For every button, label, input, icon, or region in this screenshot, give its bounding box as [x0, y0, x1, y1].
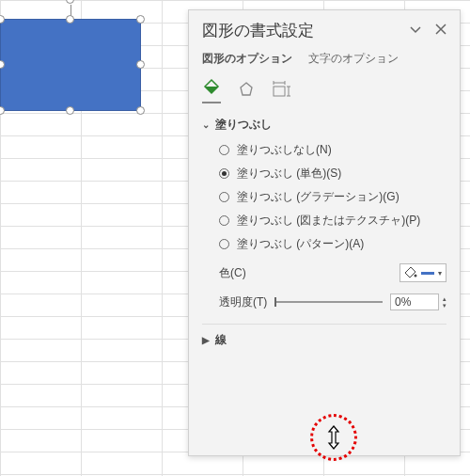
transparency-slider[interactable]: [274, 301, 383, 303]
radio-icon: [219, 239, 229, 249]
transparency-field[interactable]: 0%: [390, 294, 439, 310]
svg-rect-1: [274, 87, 285, 96]
fill-line-icon[interactable]: [202, 78, 221, 103]
section-fill-label: 塗りつぶし: [215, 117, 272, 133]
section-line-header[interactable]: ▶ 線: [202, 332, 446, 348]
tab-text-options[interactable]: 文字のオプション: [308, 52, 399, 65]
transparency-step-down[interactable]: ▾: [443, 302, 446, 309]
fill-none-radio[interactable]: 塗りつぶしなし(N): [219, 142, 446, 158]
svg-point-8: [415, 275, 417, 278]
fill-pattern-radio[interactable]: 塗りつぶし (パターン)(A): [219, 236, 446, 252]
dropdown-caret-icon: ▾: [438, 269, 442, 278]
color-swatch: [421, 272, 434, 275]
fill-none-label: 塗りつぶしなし(N): [237, 142, 332, 158]
section-divider: [202, 324, 446, 325]
pane-title: 図形の書式設定: [202, 20, 314, 41]
radio-icon: [219, 192, 229, 202]
radio-icon: [219, 215, 229, 226]
fill-solid-label: 塗りつぶし (単色)(S): [237, 166, 341, 182]
pane-options-icon[interactable]: [409, 23, 422, 39]
chevron-down-icon: ⌄: [202, 119, 210, 130]
section-line-label: 線: [215, 332, 227, 348]
effects-icon[interactable]: [238, 81, 255, 101]
color-label: 色(C): [219, 265, 246, 281]
resize-handle-nw[interactable]: [0, 15, 5, 24]
selected-shape[interactable]: [0, 19, 141, 111]
paint-bucket-icon: [404, 266, 417, 279]
resize-handle-s[interactable]: [66, 106, 74, 115]
size-properties-icon[interactable]: [272, 81, 290, 101]
svg-marker-0: [241, 83, 252, 95]
pane-close-icon[interactable]: [435, 24, 446, 38]
fill-pattern-label: 塗りつぶし (パターン)(A): [237, 236, 364, 252]
radio-icon: [219, 168, 229, 179]
fill-picture-label: 塗りつぶし (図またはテクスチャ)(P): [237, 213, 420, 229]
section-fill-header[interactable]: ⌄ 塗りつぶし: [202, 117, 446, 133]
transparency-step-up[interactable]: ▴: [443, 295, 446, 302]
resize-handle-e[interactable]: [136, 60, 145, 69]
resize-handle-se[interactable]: [136, 106, 145, 115]
fill-solid-radio[interactable]: 塗りつぶし (単色)(S): [219, 166, 446, 182]
resize-handle-w[interactable]: [0, 60, 5, 69]
tab-shape-options[interactable]: 図形のオプション: [202, 52, 292, 65]
resize-handle-ne[interactable]: [136, 15, 145, 24]
fill-picture-radio[interactable]: 塗りつぶし (図またはテクスチャ)(P): [219, 213, 446, 229]
chevron-right-icon: ▶: [202, 335, 210, 345]
fill-gradient-radio[interactable]: 塗りつぶし (グラデーション)(G): [219, 189, 446, 205]
radio-icon: [219, 145, 229, 155]
format-shape-pane: 図形の書式設定 図形のオプション 文字のオプション: [188, 9, 461, 456]
fill-gradient-label: 塗りつぶし (グラデーション)(G): [237, 189, 400, 205]
fill-color-picker[interactable]: ▾: [400, 263, 446, 282]
resize-handle-n[interactable]: [66, 15, 74, 24]
transparency-label: 透明度(T): [219, 294, 267, 310]
